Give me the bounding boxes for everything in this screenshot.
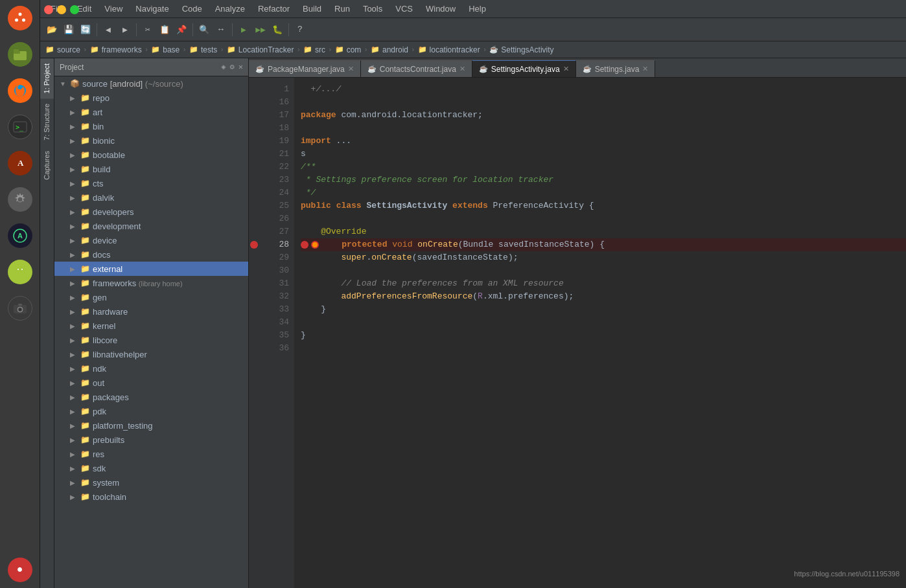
close-button[interactable] [44,5,53,14]
menu-analyze[interactable]: Analyze [210,3,250,15]
breadcrumb-tests[interactable]: 📁 tests [189,45,217,54]
breadcrumb-base[interactable]: 📁 base [151,45,180,54]
tree-docs[interactable]: ▶ 📁 docs [54,247,248,262]
tree-development[interactable]: ▶ 📁 development [54,219,248,233]
menu-refactor[interactable]: Refactor [253,3,295,15]
toolbar-back[interactable]: ◀ [100,22,116,38]
tree-root[interactable]: ▼ 📦 source [android] (~/source) [54,76,248,91]
close-tab-contacts[interactable]: ✕ [459,65,465,73]
toolbar-save-all[interactable]: 💾 [61,22,76,38]
menu-navigate[interactable]: Navigate [130,3,174,15]
dock-ubuntu[interactable] [5,3,36,34]
code-content[interactable]: +/.../ package com.android.locationtrack… [294,78,906,588]
minimize-button[interactable] [57,5,66,14]
toolbar-cut[interactable]: ✂ [140,22,156,38]
breadcrumb-source[interactable]: 📁 source [45,45,80,54]
close-tab-settings-activity[interactable]: ✕ [563,65,569,73]
tree-sdk[interactable]: ▶ 📁 sdk [54,461,248,475]
tree-bionic[interactable]: ▶ 📁 bionic [54,133,248,148]
breakpoint-28[interactable] [249,238,262,251]
tab-contactscontract[interactable]: ☕ ContactsContract.java ✕ [361,60,472,77]
tree-dalvik[interactable]: ▶ 📁 dalvik [54,190,248,205]
tree-system[interactable]: ▶ 📁 system [54,475,248,490]
tree-prebuilts[interactable]: ▶ 📁 prebuilts [54,433,248,447]
dock-appstore[interactable]: A [5,148,36,179]
tree-art[interactable]: ▶ 📁 art [54,105,248,119]
tree-device[interactable]: ▶ 📁 device [54,233,248,247]
breadcrumb-frameworks[interactable]: 📁 frameworks [90,45,142,54]
tree-libcore[interactable]: ▶ 📁 libcore [54,333,248,347]
tree-repo[interactable]: ▶ 📁 repo [54,91,248,105]
dock-red[interactable]: ● [5,554,36,585]
toolbar-find[interactable]: 🔍 [196,22,212,38]
menu-build[interactable]: Build [297,3,327,15]
tree-cts[interactable]: ▶ 📁 cts [54,176,248,190]
menu-run[interactable]: Run [329,3,355,15]
breadcrumb-locationtracker[interactable]: 📁 LocationTracker [227,45,294,54]
tab-settingsactivity[interactable]: ☕ SettingsActivity.java ✕ [472,60,576,77]
breadcrumb-settingsactivity[interactable]: ☕ SettingsActivity [489,45,553,54]
dock-android[interactable] [5,256,36,288]
breadcrumb-locationtracker2[interactable]: 📁 locationtracker [418,45,480,54]
toolbar-sync[interactable]: 🔄 [78,22,93,38]
project-settings[interactable]: ⚙ [230,62,235,72]
toolbar-help[interactable]: ? [292,22,308,38]
tree-external[interactable]: ▶ 📁 external [54,262,248,276]
code-line-33: } [301,303,906,316]
dock-terminal[interactable]: >_ [5,111,36,142]
menu-code[interactable]: Code [177,3,207,15]
content-area: 1: Project 7: Structure Captures Project… [40,58,906,588]
breadcrumb-android[interactable]: 📁 android [371,45,408,54]
toolbar-run[interactable]: ▶▶ [253,22,268,38]
tree-developers[interactable]: ▶ 📁 developers [54,205,248,219]
dock-files[interactable] [5,39,36,70]
menu-help[interactable]: Help [463,3,491,15]
tree-out[interactable]: ▶ 📁 out [54,376,248,390]
tree-toolchain[interactable]: ▶ 📁 toolchain [54,490,248,504]
tab-packagemanager[interactable]: ☕ PackageManager.java ✕ [249,60,361,77]
tree-frameworks[interactable]: ▶ 📁 frameworks (library home) [54,276,248,290]
toolbar-paste[interactable]: 📌 [174,22,189,38]
tree-libnativehelper[interactable]: ▶ 📁 libnativehelper [54,347,248,361]
close-tab-settings[interactable]: ✕ [642,65,648,73]
tree-res[interactable]: ▶ 📁 res [54,447,248,461]
maximize-button[interactable] [70,5,79,14]
breadcrumb-src[interactable]: 📁 src [303,45,325,54]
tree-kernel[interactable]: ▶ 📁 kernel [54,319,248,333]
dock-android-studio[interactable]: A [5,220,36,251]
tab-settings[interactable]: ☕ Settings.java ✕ [576,60,656,77]
project-header: Project ◈ ⚙ ✕ [54,58,248,76]
breadcrumb-com[interactable]: 📁 com [335,45,362,54]
toolbar-debug[interactable]: 🐛 [270,22,285,38]
toolbar-copy[interactable]: 📋 [157,22,172,38]
tab-structure[interactable]: 7: Structure [40,98,54,146]
toolbar-build[interactable]: ▶ [236,22,251,38]
tree-pdk[interactable]: ▶ 📁 pdk [54,404,248,418]
tree-bootable[interactable]: ▶ 📁 bootable [54,148,248,162]
tree-hardware[interactable]: ▶ 📁 hardware [54,304,248,319]
tab-project[interactable]: 1: Project [40,58,54,98]
project-tree[interactable]: ▼ 📦 source [android] (~/source) ▶ 📁 repo… [54,76,248,588]
toolbar-replace[interactable]: ↔ [213,22,229,38]
menu-view[interactable]: View [99,3,128,15]
toolbar-forward[interactable]: ▶ [117,22,133,38]
menu-vcs[interactable]: VCS [390,3,418,15]
toolbar-open[interactable]: 📂 [44,22,60,38]
project-pin[interactable]: ◈ [221,62,226,72]
code-editor[interactable]: 1 16 17 18 19 21 22 23 24 25 26 27 28 29… [249,78,906,588]
tree-packages[interactable]: ▶ 📁 packages [54,390,248,404]
tree-bin[interactable]: ▶ 📁 bin [54,119,248,133]
menu-window[interactable]: Window [421,3,461,15]
tree-build[interactable]: ▶ 📁 build [54,162,248,176]
tree-gen[interactable]: ▶ 📁 gen [54,290,248,304]
close-tab-packagemanager[interactable]: ✕ [348,65,354,73]
menu-tools[interactable]: Tools [358,3,388,15]
svg-point-24 [18,308,21,311]
dock-settings[interactable] [5,184,36,215]
tab-captures[interactable]: Captures [40,146,54,185]
dock-firefox[interactable] [5,75,36,106]
dock-camera[interactable] [5,293,36,324]
tree-platform-testing[interactable]: ▶ 📁 platform_testing [54,418,248,433]
tree-ndk[interactable]: ▶ 📁 ndk [54,361,248,376]
project-close[interactable]: ✕ [238,62,243,72]
